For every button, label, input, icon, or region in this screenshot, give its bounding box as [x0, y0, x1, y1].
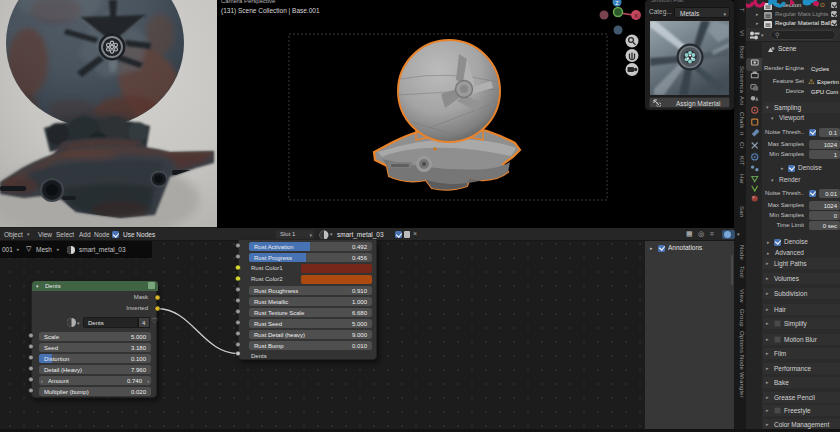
- svg-text:X: X: [634, 13, 638, 19]
- svg-text:Z: Z: [615, 0, 618, 6]
